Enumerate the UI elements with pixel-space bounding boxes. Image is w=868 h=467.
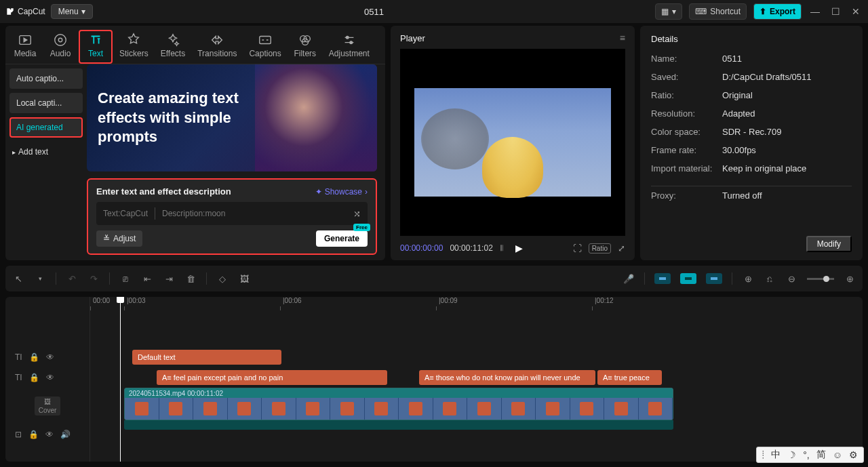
eye-icon[interactable]: 👁 [46, 352, 54, 362]
text-track-head-2[interactable]: TI 🔒 👁 [5, 367, 90, 388]
ime-drag-icon[interactable]: ⦙ [762, 449, 764, 461]
clip-text-c[interactable]: A≡ true peace [597, 370, 662, 385]
link-icon[interactable] [706, 273, 722, 284]
fullscreen-icon[interactable]: ⤢ [618, 243, 625, 253]
hero-image [255, 64, 377, 171]
detail-colorspace-value: SDR - Rec.709 [722, 127, 781, 137]
redo-icon[interactable]: ↷ [87, 274, 100, 284]
moon-icon[interactable]: ☽ [787, 449, 796, 460]
mute-icon[interactable]: ⊡ [15, 430, 22, 439]
detail-name-value: 0511 [722, 54, 742, 64]
frame-export-icon[interactable]: 🖼 [238, 274, 250, 284]
text-track-head-1[interactable]: TI 🔒 👁 [5, 347, 90, 367]
shortcut-button[interactable]: ⌨ Shortcut [689, 3, 747, 20]
tab-effects[interactable]: Effects [155, 30, 191, 64]
preview-axis-icon[interactable]: ⊕ [742, 274, 754, 284]
mic-icon[interactable]: 🎤 [623, 274, 635, 284]
audio-waveform[interactable] [124, 420, 673, 430]
gear-icon[interactable]: ⚙ [849, 449, 858, 460]
play-button[interactable]: ▶ [515, 243, 523, 253]
close-button[interactable]: ✕ [849, 6, 863, 17]
marker-icon[interactable]: ◇ [216, 274, 229, 284]
zoom-out-icon[interactable]: ⊖ [785, 274, 797, 284]
free-badge: Free [353, 224, 370, 231]
lock-icon[interactable]: 🔒 [28, 430, 39, 439]
detail-resolution-label: Resolution: [651, 108, 722, 119]
svg-rect-10 [685, 277, 692, 280]
shuffle-icon[interactable]: ⤭ [353, 209, 361, 219]
adjust-button[interactable]: ≚ Adjust [96, 230, 142, 247]
magnet-main-icon[interactable] [654, 273, 671, 284]
menu-button[interactable]: Menu ▾ [51, 4, 93, 19]
speaker-icon[interactable]: 🔊 [60, 430, 71, 439]
cover-button[interactable]: 🖼 Cover [35, 397, 61, 415]
clip-default-text[interactable]: Default text [132, 350, 281, 365]
svg-point-8 [350, 41, 353, 44]
playhead[interactable] [120, 297, 121, 462]
tab-media[interactable]: Media [8, 30, 42, 64]
tab-text[interactable]: Text [79, 30, 113, 64]
zoom-slider[interactable] [807, 278, 834, 280]
sidebar-item-ai-generated[interactable]: AI generated [9, 117, 83, 138]
tab-stickers[interactable]: Stickers [114, 30, 154, 64]
clip-text-a[interactable]: A≡ feel pain except pain and no pain [157, 370, 387, 385]
layout-button[interactable]: ▦ ▾ [655, 3, 682, 20]
eye-icon[interactable]: 👁 [46, 373, 54, 382]
showcase-link[interactable]: ✦ Showcase › [315, 187, 368, 197]
ime-punct-icon[interactable]: °, [803, 449, 810, 460]
prompt-desc-input[interactable]: Description:moon [162, 209, 225, 218]
modify-button[interactable]: Modify [806, 236, 852, 252]
tab-adjustment[interactable]: Adjustment [323, 30, 375, 64]
hero-banner: Create amazing text effects with simple … [87, 64, 377, 171]
video-clip-label: 20240511534.mp4 00:00:11:02 [125, 388, 673, 398]
chevron-down-icon[interactable]: ▾ [34, 275, 46, 282]
tab-filters[interactable]: Filters [288, 30, 322, 64]
video-clip[interactable]: 20240511534.mp4 00:00:11:02 [124, 388, 673, 420]
scan-icon[interactable]: ⛶ [573, 243, 582, 253]
player-canvas[interactable] [400, 49, 625, 236]
trim-right-icon[interactable]: ⇥ [163, 274, 175, 284]
sidebar-item-local-captions[interactable]: Local capti... [9, 93, 83, 113]
prompt-box: Enter text and effect description ✦ Show… [87, 178, 377, 255]
selection-tool-icon[interactable]: ↖ [12, 274, 24, 284]
tab-audio[interactable]: Audio [43, 30, 77, 64]
ime-lang[interactable]: 中 [771, 449, 781, 461]
text-icon: TI [15, 352, 22, 362]
split-icon[interactable]: ⎚ [119, 274, 132, 284]
sidebar-item-auto-captions[interactable]: Auto captio... [9, 68, 83, 89]
detail-ratio-label: Ratio: [651, 90, 722, 100]
minimize-button[interactable]: — [808, 6, 822, 17]
svg-point-7 [346, 37, 349, 39]
lock-icon[interactable]: 🔒 [29, 373, 39, 382]
undo-icon[interactable]: ↶ [66, 274, 78, 284]
upload-icon: ⬆ [760, 7, 766, 16]
audio-track-head[interactable]: ⊡ 🔒 👁 🔊 [5, 424, 90, 445]
generate-button[interactable]: Free Generate [316, 230, 368, 247]
delete-icon[interactable]: 🗑 [184, 274, 197, 284]
timeline-ruler[interactable]: 00:00 |00:03 |00:06 |00:09 |00:12 [90, 297, 863, 313]
ime-toolbar[interactable]: ⦙ 中 ☽ °, 简 ☺ ⚙ [756, 447, 864, 463]
sidebar-item-add-text[interactable]: Add text [9, 142, 83, 162]
player-title: Player [400, 33, 425, 43]
emoji-icon[interactable]: ☺ [833, 449, 842, 460]
chevron-down-icon: ▾ [672, 7, 676, 16]
zoom-in-icon[interactable]: ⊕ [844, 274, 856, 284]
lock-icon[interactable]: 🔒 [29, 352, 39, 362]
tab-captions[interactable]: Captions [243, 30, 286, 64]
columns-icon[interactable]: ⦀ [500, 243, 503, 253]
ime-mode[interactable]: 简 [816, 449, 826, 461]
tab-transitions[interactable]: Transitions [192, 30, 242, 64]
trim-left-icon[interactable]: ⇤ [141, 274, 153, 284]
maximize-button[interactable]: ☐ [829, 6, 842, 17]
clip-text-b[interactable]: A≡ those who do not know pain will never… [419, 370, 595, 385]
export-button[interactable]: ⬆ Export [753, 3, 802, 20]
prompt-text-input[interactable]: Text:CapCut [103, 209, 148, 218]
text-icon: TI [15, 373, 22, 382]
eye-icon[interactable]: 👁 [45, 430, 54, 439]
video-track-head[interactable]: 🖼 Cover [5, 388, 90, 424]
magnet-track-icon[interactable] [680, 273, 696, 284]
ratio-button[interactable]: Ratio [589, 243, 611, 253]
image-icon: 🖼 [44, 398, 51, 405]
player-menu-icon[interactable]: ≡ [620, 33, 625, 43]
preview-cut-icon[interactable]: ⎌ [764, 274, 776, 284]
